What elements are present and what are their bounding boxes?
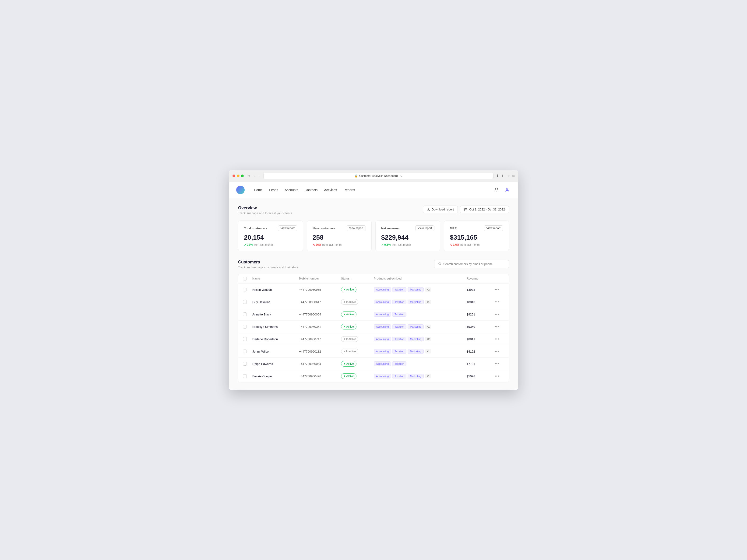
mobile-number: +447700960747 (299, 338, 341, 341)
product-tag: Marketing (408, 287, 423, 292)
row-select-checkbox[interactable] (243, 374, 247, 378)
mobile-number: +447700960182 (299, 350, 341, 353)
metric-label-3: MRR (450, 226, 457, 230)
table-header: Name Mobile number Status ↓ Products sub… (238, 274, 509, 284)
nav-home[interactable]: Home (254, 187, 263, 193)
search-input[interactable] (443, 262, 505, 266)
th-status[interactable]: Status ↓ (341, 277, 374, 281)
product-tag: Marketing (408, 300, 423, 304)
metric-card-total-customers: Total customers View report 20,154 ↗ 32%… (238, 220, 303, 251)
revenue-value: $5028 (467, 374, 495, 378)
sidebar-toggle-icon[interactable]: ⊡ (247, 174, 251, 178)
row-more-button[interactable]: ••• (495, 337, 504, 341)
row-more-button[interactable]: ••• (495, 325, 504, 329)
view-report-button-1[interactable]: View report (347, 225, 366, 231)
status-cell: Active (341, 361, 374, 367)
refresh-icon[interactable]: ↻ (400, 174, 403, 178)
row-more-button[interactable]: ••• (495, 374, 504, 378)
url-bar[interactable]: 🔒 Customer Analytics Dashboard ↻ (263, 173, 493, 179)
download-report-label: Download report (431, 208, 454, 211)
table-row: Kristin Watson +447700960965 Active Acco… (238, 284, 509, 296)
browser-chrome: ⊡ ‹ › 🔒 Customer Analytics Dashboard ↻ ⬇… (229, 170, 518, 182)
nav-leads[interactable]: Leads (269, 187, 278, 193)
svg-point-0 (507, 188, 508, 190)
app-logo[interactable] (236, 186, 244, 194)
browser-nav-controls: ⊡ ‹ › (247, 174, 260, 178)
customers-title: Customers (238, 260, 298, 265)
metric-cards: Total customers View report 20,154 ↗ 32%… (238, 220, 509, 251)
more-products-tag: +1 (425, 374, 432, 378)
date-range-label: Oct 1, 2022 - Oct 31, 2022 (469, 208, 505, 211)
row-checkbox (243, 300, 252, 304)
revenue-value: $9261 (467, 313, 495, 316)
status-cell: Inactive (341, 299, 374, 305)
row-more-button[interactable]: ••• (495, 312, 504, 316)
forward-icon[interactable]: › (257, 174, 260, 178)
main-nav: Home Leads Accounts Contacts Activities … (229, 182, 518, 198)
row-select-checkbox[interactable] (243, 288, 247, 291)
calendar-icon (464, 208, 467, 211)
change-indicator-2: ↗ 9.5% (381, 243, 391, 246)
revenue-value: $8811 (467, 338, 495, 341)
row-select-checkbox[interactable] (243, 349, 247, 353)
row-select-checkbox[interactable] (243, 313, 247, 316)
close-button[interactable] (232, 175, 235, 177)
view-report-button-3[interactable]: View report (484, 225, 503, 231)
select-all-checkbox[interactable] (243, 277, 247, 281)
download-report-button[interactable]: Download report (423, 206, 458, 213)
back-icon[interactable]: ‹ (253, 174, 256, 178)
product-tag: Taxation (392, 300, 406, 304)
row-select-checkbox[interactable] (243, 300, 247, 304)
customers-table: Name Mobile number Status ↓ Products sub… (238, 274, 509, 382)
row-checkbox (243, 349, 252, 353)
change-indicator-3: ↘ 1.6% (450, 243, 459, 246)
row-more-button[interactable]: ••• (495, 300, 504, 304)
mobile-number: +447700960054 (299, 362, 341, 366)
product-tag: Taxation (392, 362, 406, 366)
table-row: Darlene Robertson +447700960747 Inactive… (238, 333, 509, 345)
metric-label-0: Total customers (244, 226, 267, 230)
row-select-checkbox[interactable] (243, 337, 247, 341)
row-checkbox (243, 288, 252, 291)
new-tab-icon[interactable]: ＋ (507, 174, 510, 178)
product-tag: Taxation (392, 324, 406, 329)
products-cell: AccountingTaxationMarketing+2 (374, 287, 467, 292)
user-icon[interactable] (504, 186, 511, 193)
nav-accounts[interactable]: Accounts (285, 187, 298, 193)
metric-value-0: 20,154 (244, 234, 297, 241)
view-report-button-2[interactable]: View report (415, 225, 434, 231)
nav-reports[interactable]: Reports (344, 187, 355, 193)
products-cell: AccountingTaxationMarketing+1 (374, 300, 467, 304)
product-tag: Accounting (374, 374, 391, 378)
row-more-button[interactable]: ••• (495, 362, 504, 366)
more-products-tag: +1 (425, 300, 432, 304)
nav-contacts[interactable]: Contacts (305, 187, 317, 193)
row-select-checkbox[interactable] (243, 325, 247, 328)
products-cell: AccountingTaxation (374, 362, 467, 366)
row-more-button[interactable]: ••• (495, 349, 504, 353)
maximize-button[interactable] (241, 175, 244, 177)
customer-name: Guy Hawkins (252, 300, 299, 304)
product-tag: Accounting (374, 337, 391, 341)
share-icon[interactable]: ⬆ (501, 174, 504, 178)
mobile-number: +447700960617 (299, 300, 341, 304)
view-report-button-0[interactable]: View report (278, 225, 297, 231)
tabs-icon[interactable]: ⧉ (512, 174, 515, 178)
search-box[interactable] (434, 260, 509, 268)
minimize-button[interactable] (237, 175, 239, 177)
overview-subtitle: Track, manage and forecast your clients (238, 211, 292, 215)
status-cell: Inactive (341, 336, 374, 342)
row-more-button[interactable]: ••• (495, 288, 504, 292)
nav-links: Home Leads Accounts Contacts Activities … (254, 187, 486, 193)
revenue-value: $3933 (467, 288, 495, 291)
overview-title-group: Overview Track, manage and forecast your… (238, 206, 292, 215)
more-products-tag: +2 (425, 337, 432, 341)
row-select-checkbox[interactable] (243, 362, 247, 366)
nav-activities[interactable]: Activities (324, 187, 337, 193)
revenue-value: $7791 (467, 362, 495, 366)
notification-icon[interactable] (493, 186, 500, 193)
status-badge: Inactive (341, 349, 358, 354)
date-range-button[interactable]: Oct 1, 2022 - Oct 31, 2022 (460, 206, 509, 213)
download-icon[interactable]: ⬇ (496, 174, 499, 178)
customer-name: Darlene Robertson (252, 338, 299, 341)
